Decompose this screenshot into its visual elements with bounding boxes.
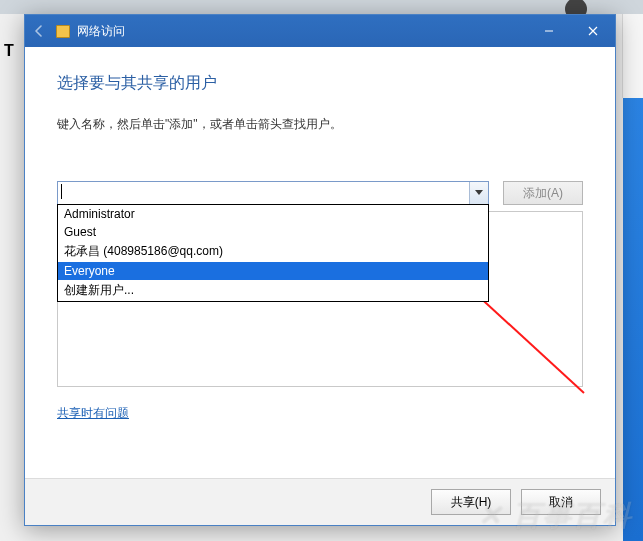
dropdown-option[interactable]: 花承昌 (408985186@qq.com) xyxy=(58,241,488,262)
window-title: 网络访问 xyxy=(77,23,527,40)
chevron-down-icon xyxy=(475,190,483,196)
watermark: ✕ 百事百科 xyxy=(478,497,633,535)
minimize-button[interactable] xyxy=(527,15,571,47)
folder-icon xyxy=(55,23,71,39)
troubleshoot-link[interactable]: 共享时有问题 xyxy=(57,405,129,422)
dialog-subtext: 键入名称，然后单击"添加"，或者单击箭头查找用户。 xyxy=(57,116,583,133)
dropdown-option[interactable]: Guest xyxy=(58,223,488,241)
dropdown-option[interactable]: 创建新用户... xyxy=(58,280,488,301)
close-button[interactable] xyxy=(571,15,615,47)
add-button: 添加(A) xyxy=(503,181,583,205)
text-caret xyxy=(61,184,62,199)
dropdown-option[interactable]: Administrator xyxy=(58,205,488,223)
dropdown-toggle[interactable] xyxy=(469,182,488,204)
dropdown-list[interactable]: AdministratorGuest花承昌 (408985186@qq.com)… xyxy=(57,204,489,302)
back-button[interactable] xyxy=(25,15,53,47)
titlebar[interactable]: 网络访问 xyxy=(25,15,615,47)
outer-glyph: T xyxy=(4,42,14,60)
dropdown-option[interactable]: Everyone xyxy=(58,262,488,280)
user-input[interactable] xyxy=(58,182,469,204)
user-combobox[interactable]: AdministratorGuest花承昌 (408985186@qq.com)… xyxy=(57,181,489,205)
dialog-heading: 选择要与其共享的用户 xyxy=(57,73,583,94)
share-dialog: 网络访问 选择要与其共享的用户 键入名称，然后单击"添加"，或者单击箭头查找用户… xyxy=(24,14,616,526)
